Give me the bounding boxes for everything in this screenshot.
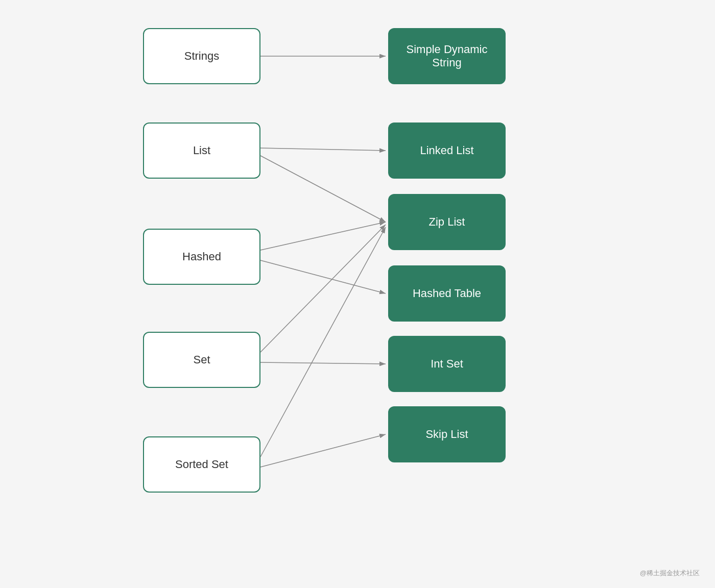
node-hashed: Hashed bbox=[143, 229, 260, 285]
node-int-set: Int Set bbox=[388, 336, 506, 392]
node-list: List bbox=[143, 122, 260, 179]
diagram-container: Strings List Hashed Set Sorted Set Simpl… bbox=[0, 0, 715, 588]
node-linked-list: Linked List bbox=[388, 122, 506, 179]
watermark: @稀土掘金技术社区 bbox=[640, 569, 700, 578]
node-zip-list: Zip List bbox=[388, 194, 506, 250]
svg-line-7 bbox=[260, 362, 386, 364]
svg-line-8 bbox=[260, 227, 386, 457]
node-sds: Simple Dynamic String bbox=[388, 28, 506, 84]
node-sorted-set: Sorted Set bbox=[143, 436, 260, 493]
svg-line-9 bbox=[260, 434, 386, 467]
svg-line-5 bbox=[260, 260, 386, 293]
connectors-svg bbox=[0, 0, 715, 588]
node-set: Set bbox=[143, 332, 260, 388]
node-strings: Strings bbox=[143, 28, 260, 84]
node-hashed-table: Hashed Table bbox=[388, 265, 506, 322]
svg-line-6 bbox=[260, 225, 386, 352]
svg-line-4 bbox=[260, 222, 386, 250]
svg-line-2 bbox=[260, 148, 386, 151]
svg-line-3 bbox=[260, 156, 386, 222]
node-skip-list: Skip List bbox=[388, 406, 506, 462]
